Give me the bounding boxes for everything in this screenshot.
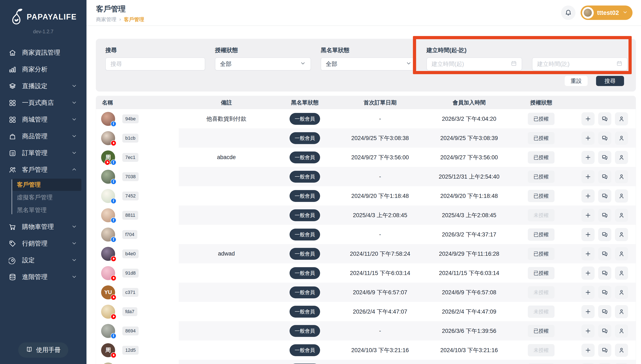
sidebar-item-4[interactable]: 一頁式商店	[0, 94, 87, 111]
auth-status-cell: 已授權	[514, 113, 569, 125]
profile-button[interactable]	[615, 247, 628, 260]
person-icon	[618, 289, 625, 296]
chat-button[interactable]	[598, 266, 611, 280]
customer-avatar[interactable]	[101, 362, 115, 364]
profile-button[interactable]	[615, 209, 628, 222]
profile-button[interactable]	[615, 305, 628, 318]
column-header-note: 備註	[179, 99, 274, 106]
chat-button[interactable]	[598, 324, 611, 338]
sidebar-item-5[interactable]: 商城管理	[0, 111, 87, 128]
customer-avatar[interactable]: 周 f	[101, 150, 115, 164]
add-tag-button[interactable]	[581, 305, 594, 318]
customer-avatar[interactable]	[101, 266, 115, 280]
sidebar-item-1[interactable]: 商家資訊管理	[0, 44, 87, 61]
add-tag-button[interactable]	[581, 151, 594, 164]
created-from-datepicker[interactable]: 建立時間(起)	[426, 58, 522, 70]
customer-avatar[interactable]: YU	[101, 286, 115, 300]
sidebar-item-11[interactable]: 設定	[0, 252, 87, 269]
profile-button[interactable]	[615, 324, 628, 338]
sidebar-item-3[interactable]: 直播設定	[0, 78, 87, 94]
customer-avatar[interactable]	[101, 247, 115, 261]
profile-button[interactable]	[615, 112, 628, 126]
customer-name-cell: f 94be	[96, 109, 179, 128]
chat-button[interactable]	[598, 228, 611, 241]
member-status-pill: 一般會員	[290, 306, 320, 318]
customer-avatar[interactable]: f	[101, 208, 115, 222]
chat-button[interactable]	[598, 112, 611, 126]
breadcrumb: 商家管理 › 客戶管理	[96, 16, 144, 23]
sidebar-subitem-link[interactable]: 黑名單管理	[12, 204, 81, 216]
notifications-button[interactable]	[561, 6, 575, 20]
auth-status-select[interactable]: 全部	[215, 58, 311, 70]
user-menu[interactable]: tttest02	[580, 6, 632, 20]
add-tag-button[interactable]	[581, 344, 594, 357]
add-tag-button[interactable]	[581, 228, 594, 241]
search-button[interactable]: 搜尋	[596, 76, 624, 86]
sidebar-item-2[interactable]: 商家分析	[0, 61, 87, 78]
chat-button[interactable]	[598, 170, 611, 183]
chat-button[interactable]	[598, 286, 611, 299]
add-tag-button[interactable]	[581, 209, 594, 222]
chat-button[interactable]	[598, 305, 611, 318]
sidebar-item-10[interactable]: 行銷管理	[0, 235, 87, 252]
sidebar-item-8[interactable]: 客戶管理	[0, 162, 87, 178]
profile-button[interactable]	[615, 228, 628, 241]
add-tag-button[interactable]	[581, 286, 594, 299]
blacklist-status-cell: 一般會員	[274, 171, 336, 183]
add-tag-button[interactable]	[581, 112, 594, 126]
customer-name-cell: f f704	[96, 225, 179, 244]
add-tag-button[interactable]	[581, 363, 594, 364]
sidebar-item-7[interactable]: 訂單管理	[0, 145, 87, 162]
profile-button[interactable]	[615, 151, 628, 164]
filter-panel: 搜尋 授權狀態 全部 黑名單狀態 全部	[96, 39, 636, 92]
profile-button[interactable]	[615, 266, 628, 280]
table-row: 周 12d5 一般會員 2024/10/3 下午3:21:16 2024/10/…	[96, 340, 636, 360]
profile-button[interactable]	[615, 132, 628, 145]
reset-button[interactable]: 重設	[565, 76, 587, 86]
plus-icon	[585, 347, 591, 354]
sidebar-subitem-link[interactable]: 虛擬客戶管理	[12, 191, 81, 204]
plus-icon	[585, 289, 591, 296]
profile-button[interactable]	[615, 190, 628, 202]
customer-avatar[interactable]: f	[101, 324, 115, 338]
sidebar-item-12[interactable]: 進階管理	[0, 269, 87, 286]
chat-button[interactable]	[598, 247, 611, 260]
column-header-joined: 會員加入時間	[425, 99, 514, 106]
created-to-datepicker[interactable]: 建立時間(訖)	[532, 58, 628, 70]
profile-button[interactable]	[615, 363, 628, 364]
chat-button[interactable]	[598, 151, 611, 164]
chat-button[interactable]	[598, 344, 611, 357]
sidebar-item-6[interactable]: 商品管理	[0, 128, 87, 145]
chat-button[interactable]	[598, 190, 611, 202]
chat-button[interactable]	[598, 363, 611, 364]
add-tag-button[interactable]	[581, 170, 594, 183]
profile-button[interactable]	[615, 286, 628, 299]
user-manual-button[interactable]: 使用手冊	[18, 342, 68, 358]
customer-avatar[interactable]: f	[101, 189, 115, 203]
customer-avatar[interactable]: f	[101, 170, 115, 184]
customer-avatar[interactable]: 周	[101, 343, 115, 357]
first-order-date-cell: -	[336, 173, 425, 180]
add-tag-button[interactable]	[581, 324, 594, 338]
sidebar-item-9[interactable]: 購物車管理	[0, 218, 87, 235]
sidebar-subitem-active[interactable]: 客戶管理	[12, 178, 81, 191]
table-row: f 8811 一般會員 2025/4/3 上午2:08:45 2025/4/3 …	[96, 206, 636, 225]
customer-avatar[interactable]: f	[101, 228, 115, 242]
chat-icon	[601, 173, 608, 180]
customer-avatar[interactable]	[101, 305, 115, 319]
breadcrumb-parent[interactable]: 商家管理	[96, 16, 116, 23]
add-tag-button[interactable]	[581, 266, 594, 280]
search-input[interactable]	[111, 61, 200, 68]
customer-avatar[interactable]: f	[101, 112, 115, 126]
add-tag-button[interactable]	[581, 190, 594, 202]
chat-button[interactable]	[598, 132, 611, 145]
customer-avatar[interactable]	[101, 131, 115, 145]
add-tag-button[interactable]	[581, 132, 594, 145]
profile-button[interactable]	[615, 344, 628, 357]
note-cell: abacde	[179, 154, 274, 160]
add-tag-button[interactable]	[581, 247, 594, 260]
chat-button[interactable]	[598, 209, 611, 222]
blacklist-status-select[interactable]: 全部	[321, 58, 417, 70]
profile-button[interactable]	[615, 170, 628, 183]
member-status-pill: 一般會員	[290, 152, 320, 163]
